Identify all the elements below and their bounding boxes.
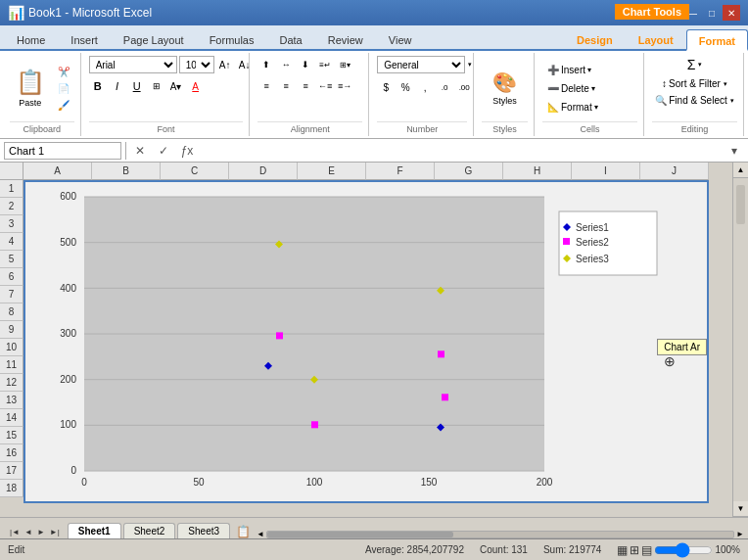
- find-select-button[interactable]: 🔍 Find & Select ▾: [650, 93, 738, 108]
- view-page-break-button[interactable]: ▤: [641, 543, 652, 557]
- scroll-thumb[interactable]: [736, 185, 745, 224]
- decrease-decimal-button[interactable]: .0: [436, 78, 453, 96]
- delete-cells-button[interactable]: ➖ Delete ▾: [542, 79, 603, 98]
- percent-button[interactable]: %: [397, 78, 414, 96]
- tab-layout[interactable]: Layout: [626, 27, 686, 49]
- scroll-left-button[interactable]: ◄: [257, 530, 264, 538]
- tab-page-layout[interactable]: Page Layout: [111, 27, 197, 49]
- tab-home[interactable]: Home: [4, 27, 58, 49]
- col-header-h[interactable]: H: [503, 163, 572, 180]
- row-header-18[interactable]: 18: [0, 480, 23, 497]
- row-header-4[interactable]: 4: [0, 233, 23, 251]
- view-page-layout-button[interactable]: ⊞: [630, 543, 639, 557]
- font-color-button[interactable]: A: [187, 77, 205, 95]
- scroll-right-button[interactable]: ►: [736, 530, 744, 538]
- sheet-tab-sheet3[interactable]: Sheet3: [177, 523, 230, 538]
- close-button[interactable]: ✕: [723, 5, 740, 21]
- tab-formulas[interactable]: Formulas: [197, 27, 267, 49]
- row-header-10[interactable]: 10: [0, 339, 23, 356]
- insert-cells-button[interactable]: ➕ Insert ▾: [542, 61, 603, 79]
- align-middle-button[interactable]: ↔: [277, 56, 295, 73]
- increase-decimal-button[interactable]: .00: [455, 78, 473, 96]
- row-header-15[interactable]: 15: [0, 427, 23, 444]
- align-top-button[interactable]: ⬆: [257, 56, 275, 73]
- row-header-9[interactable]: 9: [0, 321, 23, 339]
- col-header-f[interactable]: F: [366, 163, 435, 180]
- decrease-font-button[interactable]: A↓: [236, 56, 254, 73]
- tab-first-button[interactable]: |◄: [8, 526, 22, 538]
- tab-insert[interactable]: Insert: [58, 27, 111, 49]
- scroll-up-button[interactable]: ▲: [733, 163, 748, 178]
- col-header-g[interactable]: G: [435, 163, 503, 180]
- styles-button[interactable]: 🎨 Styles: [482, 59, 528, 117]
- row-header-7[interactable]: 7: [0, 286, 23, 303]
- font-name-select[interactable]: Arial: [89, 56, 177, 73]
- format-painter-button[interactable]: 🖌️: [53, 98, 74, 113]
- tab-review[interactable]: Review: [315, 27, 376, 49]
- col-header-i[interactable]: I: [572, 163, 640, 180]
- zoom-slider[interactable]: [654, 545, 713, 555]
- underline-button[interactable]: U: [128, 77, 146, 95]
- merge-button[interactable]: ⊞▾: [336, 56, 353, 73]
- paste-button[interactable]: 📋 Paste: [10, 59, 51, 117]
- tab-next-button[interactable]: ►: [35, 526, 47, 538]
- row-header-1[interactable]: 1: [0, 180, 23, 198]
- copy-button[interactable]: 📄: [53, 81, 74, 96]
- row-header-12[interactable]: 12: [0, 374, 23, 392]
- row-header-3[interactable]: 3: [0, 215, 23, 233]
- increase-indent-button[interactable]: ≡→: [336, 77, 353, 95]
- font-size-select[interactable]: 10: [179, 56, 214, 73]
- fill-color-button[interactable]: A▾: [167, 77, 185, 95]
- scroll-down-button[interactable]: ▼: [733, 501, 748, 517]
- tab-view[interactable]: View: [376, 27, 425, 49]
- row-header-5[interactable]: 5: [0, 251, 23, 268]
- view-normal-button[interactable]: ▦: [617, 543, 628, 557]
- accounting-button[interactable]: $: [377, 78, 395, 96]
- row-header-8[interactable]: 8: [0, 303, 23, 321]
- col-header-d[interactable]: D: [229, 163, 298, 180]
- tab-design[interactable]: Design: [564, 27, 626, 49]
- name-box[interactable]: [4, 142, 121, 160]
- align-right-button[interactable]: ≡: [297, 77, 314, 95]
- sum-button[interactable]: Σ ▾: [682, 55, 708, 74]
- col-header-c[interactable]: C: [161, 163, 229, 180]
- italic-button[interactable]: I: [109, 77, 126, 95]
- row-header-14[interactable]: 14: [0, 409, 23, 427]
- row-header-13[interactable]: 13: [0, 392, 23, 409]
- row-header-6[interactable]: 6: [0, 268, 23, 286]
- increase-font-button[interactable]: A↑: [216, 56, 234, 73]
- border-button[interactable]: ⊞: [148, 77, 165, 95]
- cut-button[interactable]: ✂️: [53, 65, 74, 79]
- insert-function-button[interactable]: ƒx: [177, 142, 197, 160]
- sheet-tab-sheet2[interactable]: Sheet2: [123, 523, 176, 538]
- tab-prev-button[interactable]: ◄: [23, 526, 34, 538]
- sheet-tab-sheet1[interactable]: Sheet1: [68, 523, 121, 538]
- comma-button[interactable]: ,: [416, 78, 434, 96]
- col-header-b[interactable]: B: [92, 163, 161, 180]
- row-header-17[interactable]: 17: [0, 462, 23, 480]
- tab-last-button[interactable]: ►|: [48, 526, 62, 538]
- expand-formula-button[interactable]: ▾: [725, 142, 744, 160]
- align-center-button[interactable]: ≡: [277, 77, 295, 95]
- align-left-button[interactable]: ≡: [257, 77, 275, 95]
- add-sheet-button[interactable]: 📋: [236, 525, 251, 538]
- chart-area[interactable]: 600 500 400 300 200 100 0: [23, 180, 709, 503]
- col-header-e[interactable]: E: [298, 163, 366, 180]
- format-cells-button[interactable]: 📐 Format ▾: [542, 98, 603, 117]
- col-header-j[interactable]: J: [640, 163, 709, 180]
- number-format-select[interactable]: General: [377, 56, 465, 73]
- bold-button[interactable]: B: [89, 77, 107, 95]
- formula-input[interactable]: [201, 145, 721, 157]
- confirm-formula-button[interactable]: ✓: [154, 142, 173, 160]
- maximize-button[interactable]: □: [703, 5, 721, 21]
- sort-filter-button[interactable]: ↕ Sort & Filter ▾: [657, 76, 732, 91]
- decrease-indent-button[interactable]: ←≡: [316, 77, 334, 95]
- row-header-11[interactable]: 11: [0, 356, 23, 374]
- col-header-a[interactable]: A: [23, 163, 92, 180]
- align-bottom-button[interactable]: ⬇: [297, 56, 314, 73]
- row-header-16[interactable]: 16: [0, 444, 23, 462]
- cancel-formula-button[interactable]: ✕: [130, 142, 150, 160]
- tab-format[interactable]: Format: [686, 29, 748, 51]
- tab-data[interactable]: Data: [266, 27, 314, 49]
- row-header-2[interactable]: 2: [0, 198, 23, 215]
